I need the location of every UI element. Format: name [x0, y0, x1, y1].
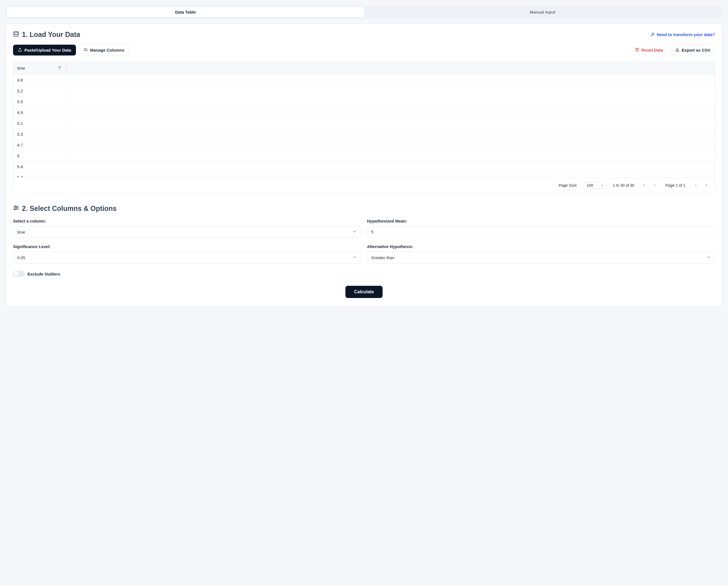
pagination-bar: Page Size: 100 1 to 30 of 30 Page 1 of 1 [13, 177, 715, 193]
mean-label: Hypothesized Mean: [367, 219, 715, 223]
upload-button-label: Paste/Upload Your Data [24, 48, 71, 52]
data-grid: time 4.85.25.54.95.15.34.755.45.25.14.95… [13, 62, 715, 193]
filter-icon[interactable] [57, 66, 62, 71]
svg-point-0 [14, 31, 19, 33]
table-cell: 5.5 [13, 96, 66, 107]
mean-input-value: 5 [371, 229, 373, 234]
table-cell: 4.8 [13, 75, 66, 85]
table-cell: 4.9 [13, 107, 66, 118]
table-cell: 5.2 [13, 172, 66, 177]
table-cell: 5.2 [13, 86, 66, 96]
section1-title: 1. Load Your Data [13, 30, 80, 39]
reset-button[interactable]: Reset Data [630, 45, 668, 55]
first-page-icon[interactable] [641, 181, 649, 190]
section1-header: 1. Load Your Data Need to transform your… [13, 30, 715, 39]
mean-input[interactable]: 5 [367, 226, 715, 238]
manage-columns-label: Manage Columns [90, 48, 125, 52]
chevron-down-icon [353, 229, 357, 235]
table-row[interactable]: 5 [13, 150, 715, 161]
sig-label: Significance Level: [13, 244, 361, 249]
svg-point-15 [15, 206, 16, 207]
section1-title-text: 1. Load Your Data [22, 30, 80, 39]
page-size-value: 100 [587, 183, 593, 188]
table-cell: 5.3 [13, 129, 66, 139]
column-header-time[interactable]: time [13, 62, 66, 74]
column-header-label: time [17, 66, 25, 71]
table-cell: 5.1 [13, 118, 66, 128]
svg-point-7 [86, 50, 87, 51]
table-cell: 5.4 [13, 161, 66, 172]
grid-body[interactable]: 4.85.25.54.95.15.34.755.45.25.14.95.35.0 [13, 75, 715, 177]
exclude-outliers-label: Exclude Outliers [27, 272, 60, 276]
alt-select[interactable]: Greater than [367, 252, 715, 264]
wrench-icon [651, 32, 655, 37]
sliders-icon [13, 204, 19, 213]
svg-point-17 [16, 207, 18, 209]
trash-icon [635, 47, 639, 53]
options-form: Select a column: time Hypothesized Mean:… [13, 219, 715, 264]
settings-2-icon [83, 47, 88, 53]
column-resize-handle[interactable] [66, 64, 66, 72]
field-column: Select a column: time [13, 219, 361, 238]
alt-select-value: Greater than [371, 255, 394, 260]
manage-columns-button[interactable]: Manage Columns [79, 45, 129, 55]
field-mean: Hypothesized Mean: 5 [367, 219, 715, 238]
table-row[interactable]: 4.7 [13, 140, 715, 150]
field-alt-hypothesis: Alternative Hypothesis: Greater than [367, 244, 715, 264]
caret-down-icon [601, 183, 604, 188]
main-card: 1. Load Your Data Need to transform your… [5, 24, 723, 307]
tab-data-table[interactable]: Data Table [7, 7, 364, 17]
download-icon [675, 47, 679, 53]
table-cell: 4.7 [13, 140, 66, 150]
page-info: Page 1 of 1 [665, 183, 685, 188]
section2-title-text: 2. Select Columns & Options [22, 204, 117, 213]
table-row[interactable]: 5.1 [13, 118, 715, 129]
export-button-label: Export as CSV [682, 48, 710, 52]
table-row[interactable]: 5.4 [13, 161, 715, 172]
svg-point-4 [84, 49, 85, 49]
transform-link-text: Need to transform your data? [657, 32, 715, 37]
exclude-outliers-row: Exclude Outliers [13, 271, 715, 277]
section1-toolbar: Paste/Upload Your Data Manage Columns Re… [13, 45, 715, 55]
column-select[interactable]: time [13, 226, 361, 238]
next-page-icon[interactable] [692, 181, 700, 190]
sig-select-value: 0.05 [17, 255, 25, 260]
table-row[interactable]: 5.2 [13, 172, 715, 177]
toggle-knob [14, 271, 19, 276]
field-significance: Significance Level: 0.05 [13, 244, 361, 264]
alt-label: Alternative Hypothesis: [367, 244, 715, 249]
reset-button-label: Reset Data [642, 48, 663, 52]
sig-select[interactable]: 0.05 [13, 252, 361, 264]
pager-first-prev [641, 181, 659, 190]
chevron-down-icon [353, 255, 357, 260]
pager-next-last [692, 181, 710, 190]
table-row[interactable]: 5.3 [13, 129, 715, 140]
section2-title: 2. Select Columns & Options [13, 204, 715, 213]
table-row[interactable]: 5.5 [13, 96, 715, 107]
prev-page-icon[interactable] [650, 181, 659, 190]
column-select-value: time [17, 230, 25, 235]
calculate-row: Calculate [13, 286, 715, 298]
table-cell: 5 [13, 150, 66, 161]
page-size-select[interactable]: 100 [583, 182, 606, 189]
svg-point-19 [15, 209, 16, 210]
upload-icon [18, 47, 22, 53]
column-label: Select a column: [13, 219, 361, 223]
grid-header-row: time [13, 62, 715, 75]
page-size-label: Page Size: [558, 183, 577, 188]
table-row[interactable]: 4.8 [13, 75, 715, 86]
exclude-outliers-toggle[interactable] [13, 271, 25, 277]
chevron-down-icon [706, 255, 711, 260]
table-row[interactable]: 4.9 [13, 107, 715, 118]
export-button[interactable]: Export as CSV [670, 45, 715, 55]
last-page-icon[interactable] [701, 181, 710, 190]
tab-manual-input[interactable]: Manual Input [364, 7, 721, 17]
upload-button[interactable]: Paste/Upload Your Data [13, 45, 76, 55]
transform-link[interactable]: Need to transform your data? [651, 32, 715, 37]
page-range: 1 to 30 of 30 [613, 183, 634, 188]
tabs-container: Data Table Manual Input [5, 5, 723, 19]
table-row[interactable]: 5.2 [13, 86, 715, 96]
calculate-button[interactable]: Calculate [345, 286, 382, 298]
database-icon [13, 30, 19, 39]
